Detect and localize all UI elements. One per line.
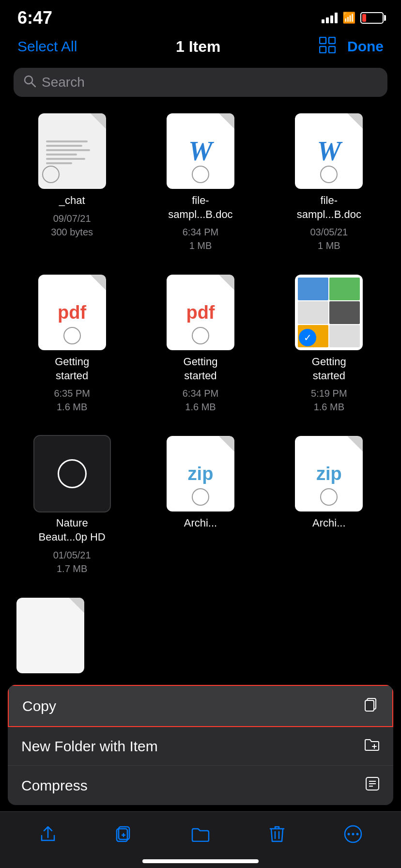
copy-menu-item[interactable]: Copy — [8, 685, 393, 727]
file-meta: 6:35 PM1.6 MB — [54, 387, 90, 414]
status-bar: 6:47 📶 — [0, 0, 401, 29]
svg-line-5 — [31, 83, 35, 87]
file-name: Archi... — [312, 516, 345, 530]
file-meta: 5:19 PM1.6 MB — [311, 387, 347, 414]
more-button[interactable] — [339, 820, 368, 849]
svg-point-23 — [356, 833, 359, 836]
file-name: file-sampl...B.doc — [168, 194, 232, 221]
svg-rect-1 — [329, 37, 335, 44]
trash-button[interactable] — [262, 820, 292, 849]
done-button[interactable]: Done — [347, 38, 384, 55]
nav-bar: Select All 1 Item Done — [0, 29, 401, 64]
search-icon — [23, 75, 36, 90]
svg-point-22 — [352, 833, 355, 836]
file-name: NatureBeaut...0p HD — [39, 516, 106, 544]
list-item[interactable] — [8, 589, 93, 684]
new-folder-label: New Folder with Item — [21, 738, 158, 755]
compress-icon — [365, 776, 380, 794]
file-name: Archi... — [184, 516, 217, 530]
home-indicator — [142, 859, 259, 863]
file-name: Gettingstarted — [184, 355, 218, 383]
files-row-2: pdf Gettingstarted 6:35 PM1.6 MB pdf Get… — [8, 266, 393, 423]
new-folder-icon — [364, 738, 380, 755]
wifi-icon: 📶 — [342, 12, 355, 24]
file-grid: _chat 09/07/21300 bytes W file-sampl...B… — [0, 105, 401, 684]
list-item[interactable]: W file-sampl...B.doc 03/05/211 MB — [286, 105, 371, 262]
copy-label: Copy — [22, 698, 56, 714]
search-bar[interactable]: Search — [14, 68, 387, 97]
files-row-4 — [8, 589, 393, 684]
new-folder-menu-item[interactable]: New Folder with Item — [8, 727, 393, 766]
folder-thumb — [33, 435, 111, 512]
file-meta: 09/07/21300 bytes — [51, 212, 93, 239]
status-icons: 📶 — [322, 12, 384, 24]
status-time: 6:47 — [17, 8, 52, 28]
nav-right-actions: Done — [319, 37, 384, 57]
battery-icon — [360, 12, 384, 24]
list-item[interactable]: _chat 09/07/21300 bytes — [30, 105, 115, 262]
compress-menu-item[interactable]: Compress — [8, 766, 393, 805]
file-meta: 6:34 PM1 MB — [183, 225, 218, 252]
file-name: Gettingstarted — [312, 355, 346, 383]
files-row-1: _chat 09/07/21300 bytes W file-sampl...B… — [8, 105, 393, 262]
grid-view-button[interactable] — [319, 37, 336, 57]
svg-rect-3 — [329, 46, 335, 53]
list-item[interactable]: W file-sampl...B.doc 6:34 PM1 MB — [158, 105, 243, 262]
file-meta: 6:34 PM1.6 MB — [183, 387, 218, 414]
share-button[interactable] — [33, 820, 62, 849]
file-meta: 01/05/211.7 MB — [53, 548, 91, 575]
list-item[interactable]: zip Archi... — [158, 427, 243, 585]
svg-rect-2 — [320, 46, 326, 53]
list-item[interactable]: pdf Gettingstarted 6:34 PM1.6 MB — [158, 266, 243, 423]
search-placeholder: Search — [42, 75, 85, 90]
svg-rect-7 — [365, 700, 374, 711]
file-name: file-sampl...B.doc — [297, 194, 361, 221]
context-menu: Copy New Folder with Item Compress — [8, 685, 393, 805]
context-menu-overlay: Copy New Folder with Item Compress — [0, 685, 401, 805]
compress-label: Compress — [21, 777, 88, 794]
file-meta: 03/05/211 MB — [310, 225, 348, 252]
copy-icon — [363, 697, 379, 715]
folder-button[interactable] — [186, 820, 215, 849]
list-item[interactable]: pdf Gettingstarted 6:35 PM1.6 MB — [30, 266, 115, 423]
duplicate-button[interactable] — [109, 820, 139, 849]
signal-icon — [322, 13, 338, 23]
svg-point-21 — [348, 833, 350, 836]
page-title: 1 Item — [176, 38, 220, 56]
list-item[interactable]: NatureBeaut...0p HD 01/05/211.7 MB — [30, 427, 115, 585]
svg-rect-0 — [320, 37, 326, 44]
file-name: Gettingstarted — [55, 355, 89, 383]
select-all-button[interactable]: Select All — [17, 38, 77, 55]
list-item[interactable]: zip Archi... — [286, 427, 371, 585]
file-name: _chat — [59, 194, 85, 208]
files-row-3: NatureBeaut...0p HD 01/05/211.7 MB zip A… — [8, 427, 393, 585]
list-item[interactable]: ✓ Gettingstarted 5:19 PM1.6 MB — [286, 266, 371, 423]
